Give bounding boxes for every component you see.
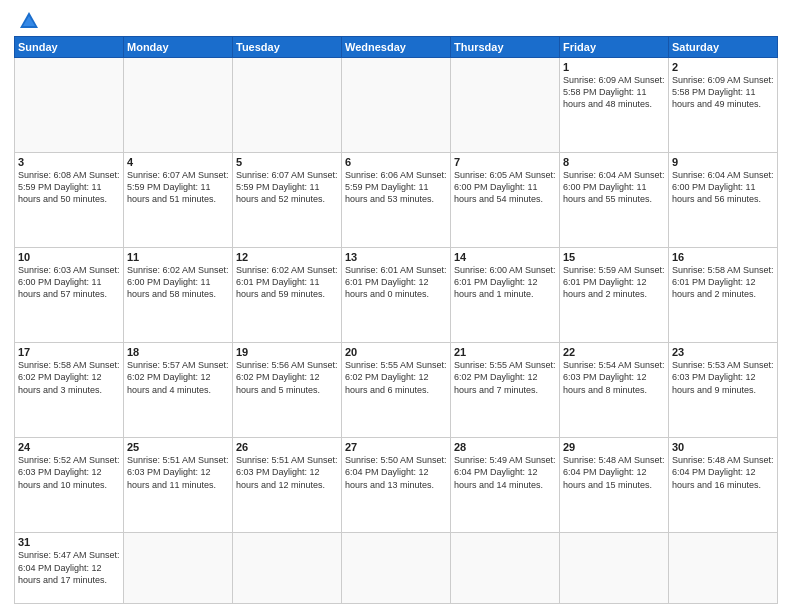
day-number: 5	[236, 156, 338, 168]
day-info: Sunrise: 5:48 AM Sunset: 6:04 PM Dayligh…	[563, 454, 665, 490]
calendar-cell: 14Sunrise: 6:00 AM Sunset: 6:01 PM Dayli…	[451, 248, 560, 343]
day-number: 17	[18, 346, 120, 358]
day-number: 3	[18, 156, 120, 168]
day-number: 30	[672, 441, 774, 453]
calendar-cell: 26Sunrise: 5:51 AM Sunset: 6:03 PM Dayli…	[233, 438, 342, 533]
header-tuesday: Tuesday	[233, 37, 342, 58]
day-number: 4	[127, 156, 229, 168]
day-info: Sunrise: 5:52 AM Sunset: 6:03 PM Dayligh…	[18, 454, 120, 490]
day-number: 19	[236, 346, 338, 358]
calendar-cell: 11Sunrise: 6:02 AM Sunset: 6:00 PM Dayli…	[124, 248, 233, 343]
day-info: Sunrise: 5:51 AM Sunset: 6:03 PM Dayligh…	[236, 454, 338, 490]
calendar-cell: 4Sunrise: 6:07 AM Sunset: 5:59 PM Daylig…	[124, 153, 233, 248]
day-number: 14	[454, 251, 556, 263]
calendar-cell: 20Sunrise: 5:55 AM Sunset: 6:02 PM Dayli…	[342, 343, 451, 438]
header	[14, 10, 778, 32]
day-number: 1	[563, 61, 665, 73]
calendar-cell: 24Sunrise: 5:52 AM Sunset: 6:03 PM Dayli…	[15, 438, 124, 533]
calendar-cell: 9Sunrise: 6:04 AM Sunset: 6:00 PM Daylig…	[669, 153, 778, 248]
day-number: 22	[563, 346, 665, 358]
day-info: Sunrise: 5:53 AM Sunset: 6:03 PM Dayligh…	[672, 359, 774, 395]
day-number: 8	[563, 156, 665, 168]
day-number: 26	[236, 441, 338, 453]
day-number: 20	[345, 346, 447, 358]
day-number: 12	[236, 251, 338, 263]
calendar-cell: 5Sunrise: 6:07 AM Sunset: 5:59 PM Daylig…	[233, 153, 342, 248]
day-info: Sunrise: 6:07 AM Sunset: 5:59 PM Dayligh…	[236, 169, 338, 205]
day-info: Sunrise: 5:50 AM Sunset: 6:04 PM Dayligh…	[345, 454, 447, 490]
calendar-cell: 16Sunrise: 5:58 AM Sunset: 6:01 PM Dayli…	[669, 248, 778, 343]
calendar-cell: 10Sunrise: 6:03 AM Sunset: 6:00 PM Dayli…	[15, 248, 124, 343]
day-info: Sunrise: 5:55 AM Sunset: 6:02 PM Dayligh…	[454, 359, 556, 395]
calendar-cell: 17Sunrise: 5:58 AM Sunset: 6:02 PM Dayli…	[15, 343, 124, 438]
logo-icon	[18, 10, 40, 32]
calendar-cell	[15, 58, 124, 153]
calendar-cell	[342, 533, 451, 604]
calendar-cell: 8Sunrise: 6:04 AM Sunset: 6:00 PM Daylig…	[560, 153, 669, 248]
day-number: 9	[672, 156, 774, 168]
day-info: Sunrise: 5:49 AM Sunset: 6:04 PM Dayligh…	[454, 454, 556, 490]
calendar-cell: 7Sunrise: 6:05 AM Sunset: 6:00 PM Daylig…	[451, 153, 560, 248]
day-info: Sunrise: 5:51 AM Sunset: 6:03 PM Dayligh…	[127, 454, 229, 490]
calendar-cell: 6Sunrise: 6:06 AM Sunset: 5:59 PM Daylig…	[342, 153, 451, 248]
day-number: 11	[127, 251, 229, 263]
day-number: 31	[18, 536, 120, 548]
page: Sunday Monday Tuesday Wednesday Thursday…	[0, 0, 792, 612]
day-number: 16	[672, 251, 774, 263]
day-info: Sunrise: 6:00 AM Sunset: 6:01 PM Dayligh…	[454, 264, 556, 300]
day-number: 24	[18, 441, 120, 453]
day-info: Sunrise: 6:04 AM Sunset: 6:00 PM Dayligh…	[672, 169, 774, 205]
calendar-table: Sunday Monday Tuesday Wednesday Thursday…	[14, 36, 778, 604]
day-info: Sunrise: 6:04 AM Sunset: 6:00 PM Dayligh…	[563, 169, 665, 205]
day-info: Sunrise: 6:01 AM Sunset: 6:01 PM Dayligh…	[345, 264, 447, 300]
day-info: Sunrise: 6:08 AM Sunset: 5:59 PM Dayligh…	[18, 169, 120, 205]
calendar-cell	[560, 533, 669, 604]
logo	[14, 10, 42, 32]
day-number: 2	[672, 61, 774, 73]
day-info: Sunrise: 5:59 AM Sunset: 6:01 PM Dayligh…	[563, 264, 665, 300]
calendar-cell	[669, 533, 778, 604]
day-number: 13	[345, 251, 447, 263]
calendar-cell: 19Sunrise: 5:56 AM Sunset: 6:02 PM Dayli…	[233, 343, 342, 438]
day-info: Sunrise: 6:07 AM Sunset: 5:59 PM Dayligh…	[127, 169, 229, 205]
day-info: Sunrise: 6:02 AM Sunset: 6:00 PM Dayligh…	[127, 264, 229, 300]
calendar-cell: 12Sunrise: 6:02 AM Sunset: 6:01 PM Dayli…	[233, 248, 342, 343]
calendar-cell: 1Sunrise: 6:09 AM Sunset: 5:58 PM Daylig…	[560, 58, 669, 153]
calendar-cell	[451, 533, 560, 604]
header-wednesday: Wednesday	[342, 37, 451, 58]
header-thursday: Thursday	[451, 37, 560, 58]
day-info: Sunrise: 5:54 AM Sunset: 6:03 PM Dayligh…	[563, 359, 665, 395]
header-saturday: Saturday	[669, 37, 778, 58]
calendar-cell: 31Sunrise: 5:47 AM Sunset: 6:04 PM Dayli…	[15, 533, 124, 604]
calendar-cell: 22Sunrise: 5:54 AM Sunset: 6:03 PM Dayli…	[560, 343, 669, 438]
calendar-cell: 2Sunrise: 6:09 AM Sunset: 5:58 PM Daylig…	[669, 58, 778, 153]
calendar-cell: 13Sunrise: 6:01 AM Sunset: 6:01 PM Dayli…	[342, 248, 451, 343]
day-info: Sunrise: 6:09 AM Sunset: 5:58 PM Dayligh…	[563, 74, 665, 110]
day-info: Sunrise: 5:48 AM Sunset: 6:04 PM Dayligh…	[672, 454, 774, 490]
day-info: Sunrise: 6:06 AM Sunset: 5:59 PM Dayligh…	[345, 169, 447, 205]
day-info: Sunrise: 6:02 AM Sunset: 6:01 PM Dayligh…	[236, 264, 338, 300]
day-number: 15	[563, 251, 665, 263]
day-number: 21	[454, 346, 556, 358]
day-number: 18	[127, 346, 229, 358]
day-number: 7	[454, 156, 556, 168]
header-friday: Friday	[560, 37, 669, 58]
calendar-cell: 30Sunrise: 5:48 AM Sunset: 6:04 PM Dayli…	[669, 438, 778, 533]
calendar-cell	[124, 533, 233, 604]
day-number: 6	[345, 156, 447, 168]
day-info: Sunrise: 5:58 AM Sunset: 6:02 PM Dayligh…	[18, 359, 120, 395]
calendar-cell: 25Sunrise: 5:51 AM Sunset: 6:03 PM Dayli…	[124, 438, 233, 533]
calendar-cell	[124, 58, 233, 153]
day-number: 23	[672, 346, 774, 358]
day-info: Sunrise: 6:03 AM Sunset: 6:00 PM Dayligh…	[18, 264, 120, 300]
day-info: Sunrise: 6:09 AM Sunset: 5:58 PM Dayligh…	[672, 74, 774, 110]
day-number: 27	[345, 441, 447, 453]
day-number: 25	[127, 441, 229, 453]
logo-area	[14, 10, 42, 32]
calendar-cell	[451, 58, 560, 153]
calendar-cell: 21Sunrise: 5:55 AM Sunset: 6:02 PM Dayli…	[451, 343, 560, 438]
calendar-cell	[342, 58, 451, 153]
day-info: Sunrise: 6:05 AM Sunset: 6:00 PM Dayligh…	[454, 169, 556, 205]
calendar-cell: 3Sunrise: 6:08 AM Sunset: 5:59 PM Daylig…	[15, 153, 124, 248]
day-number: 10	[18, 251, 120, 263]
